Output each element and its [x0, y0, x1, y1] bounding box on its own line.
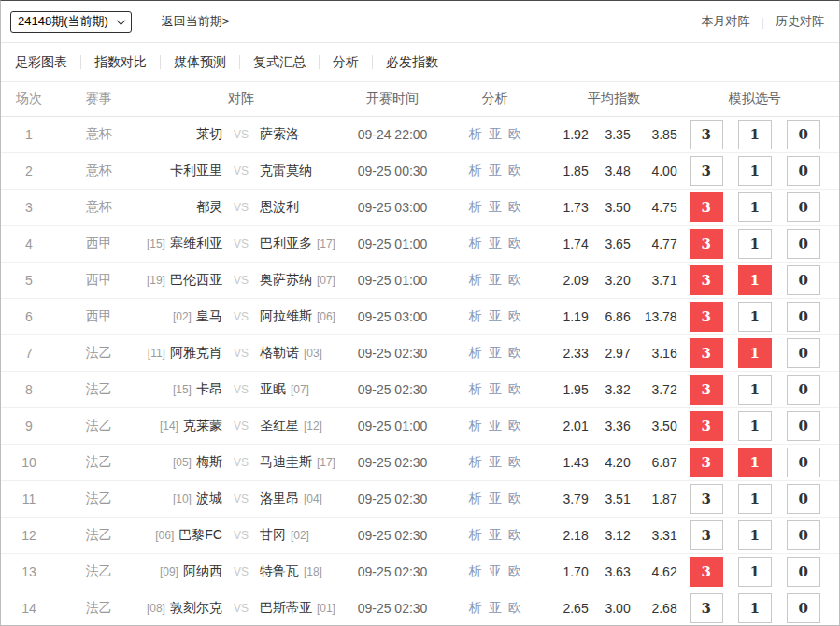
analysis-link-asia[interactable]: 亚: [489, 418, 502, 434]
pick-0-button[interactable]: 0: [787, 338, 820, 368]
pick-1-button[interactable]: 1: [738, 192, 772, 222]
pick-3-button[interactable]: 3: [690, 448, 723, 477]
analysis-link-euro[interactable]: 欧: [508, 308, 521, 325]
analysis-link-xi[interactable]: 析: [469, 418, 482, 434]
pick-1-button[interactable]: 1: [738, 265, 772, 295]
away-team[interactable]: 甘冈: [260, 527, 286, 544]
analysis-link-euro[interactable]: 欧: [508, 418, 521, 434]
home-team[interactable]: 阿雅克肖: [170, 345, 222, 362]
pick-0-button[interactable]: 0: [787, 593, 820, 623]
pick-1-button[interactable]: 1: [738, 120, 772, 149]
home-team[interactable]: 梅斯: [196, 454, 222, 471]
analysis-link-asia[interactable]: 亚: [489, 308, 502, 325]
analysis-link-asia[interactable]: 亚: [489, 491, 502, 507]
back-to-current-link[interactable]: 返回当前期>: [162, 13, 230, 30]
analysis-link-euro[interactable]: 欧: [508, 235, 521, 252]
analysis-link-xi[interactable]: 析: [469, 126, 482, 143]
analysis-link-asia[interactable]: 亚: [489, 163, 502, 179]
home-team[interactable]: 卡利亚里: [170, 163, 222, 179]
home-team[interactable]: 巴伦西亚: [170, 272, 222, 289]
pick-1-button[interactable]: 1: [738, 557, 772, 587]
pick-1-button[interactable]: 1: [738, 156, 772, 186]
away-team[interactable]: 亚眠: [260, 381, 286, 398]
away-team[interactable]: 奥萨苏纳: [260, 272, 312, 289]
pick-3-button[interactable]: 3: [690, 593, 723, 623]
pick-0-button[interactable]: 0: [787, 156, 820, 186]
pick-3-button[interactable]: 3: [690, 520, 723, 550]
home-team[interactable]: 卡昂: [196, 381, 222, 398]
home-team[interactable]: 波城: [196, 491, 222, 507]
home-team[interactable]: 克莱蒙: [183, 418, 222, 434]
pick-3-button[interactable]: 3: [690, 338, 723, 368]
pick-1-button[interactable]: 1: [738, 302, 772, 332]
pick-1-button[interactable]: 1: [738, 484, 772, 514]
pick-1-button[interactable]: 1: [738, 229, 772, 259]
analysis-link-asia[interactable]: 亚: [489, 381, 502, 398]
analysis-link-xi[interactable]: 析: [469, 527, 482, 544]
month-matchups-link[interactable]: 本月对阵: [702, 13, 750, 30]
pick-0-button[interactable]: 0: [787, 448, 820, 477]
tab-odds-compare[interactable]: 指数对比: [80, 55, 160, 69]
analysis-link-xi[interactable]: 析: [469, 454, 482, 471]
analysis-link-euro[interactable]: 欧: [508, 345, 521, 362]
pick-0-button[interactable]: 0: [787, 520, 820, 550]
away-team[interactable]: 克雷莫纳: [260, 163, 312, 179]
home-team[interactable]: 都灵: [196, 199, 222, 216]
pick-0-button[interactable]: 0: [787, 484, 820, 514]
period-select[interactable]: 24148期(当前期): [10, 11, 132, 33]
analysis-link-euro[interactable]: 欧: [508, 600, 521, 617]
analysis-link-euro[interactable]: 欧: [508, 163, 521, 179]
home-team[interactable]: 巴黎FC: [178, 527, 222, 544]
analysis-link-xi[interactable]: 析: [469, 600, 482, 617]
analysis-link-euro[interactable]: 欧: [508, 454, 521, 471]
analysis-link-euro[interactable]: 欧: [508, 272, 521, 289]
away-team[interactable]: 马迪圭斯: [260, 454, 312, 471]
analysis-link-asia[interactable]: 亚: [489, 272, 502, 289]
home-team[interactable]: 敦刻尔克: [170, 600, 222, 617]
away-team[interactable]: 萨索洛: [260, 126, 299, 143]
away-team[interactable]: 洛里昂: [260, 491, 299, 507]
analysis-link-asia[interactable]: 亚: [489, 345, 502, 362]
analysis-link-xi[interactable]: 析: [469, 381, 482, 398]
analysis-link-euro[interactable]: 欧: [508, 491, 521, 507]
analysis-link-euro[interactable]: 欧: [508, 381, 521, 398]
analysis-link-xi[interactable]: 析: [469, 308, 482, 325]
tab-analysis[interactable]: 分析: [319, 55, 372, 69]
analysis-link-asia[interactable]: 亚: [489, 600, 502, 617]
away-team[interactable]: 阿拉维斯: [260, 308, 312, 325]
pick-0-button[interactable]: 0: [787, 120, 820, 149]
analysis-link-euro[interactable]: 欧: [508, 527, 521, 544]
away-team[interactable]: 圣红星: [260, 418, 299, 434]
pick-3-button[interactable]: 3: [690, 156, 723, 186]
analysis-link-xi[interactable]: 析: [469, 491, 482, 507]
pick-3-button[interactable]: 3: [690, 484, 723, 514]
analysis-link-asia[interactable]: 亚: [489, 199, 502, 216]
home-team[interactable]: 阿纳西: [183, 563, 222, 580]
pick-0-button[interactable]: 0: [787, 557, 820, 587]
away-team[interactable]: 恩波利: [260, 199, 299, 216]
pick-3-button[interactable]: 3: [690, 120, 723, 149]
analysis-link-asia[interactable]: 亚: [489, 126, 502, 143]
tab-betfair-index[interactable]: 必发指数: [372, 55, 451, 69]
analysis-link-asia[interactable]: 亚: [489, 235, 502, 252]
pick-0-button[interactable]: 0: [787, 411, 820, 441]
pick-3-button[interactable]: 3: [690, 302, 723, 332]
away-team[interactable]: 特鲁瓦: [260, 563, 299, 580]
pick-0-button[interactable]: 0: [787, 192, 820, 222]
analysis-link-asia[interactable]: 亚: [489, 563, 502, 580]
analysis-link-asia[interactable]: 亚: [489, 454, 502, 471]
pick-3-button[interactable]: 3: [690, 557, 723, 587]
analysis-link-xi[interactable]: 析: [469, 163, 482, 179]
analysis-link-xi[interactable]: 析: [469, 563, 482, 580]
pick-1-button[interactable]: 1: [738, 520, 772, 550]
history-matchups-link[interactable]: 历史对阵: [776, 13, 824, 30]
analysis-link-xi[interactable]: 析: [469, 345, 482, 362]
away-team[interactable]: 格勒诺: [260, 345, 299, 362]
away-team[interactable]: 巴利亚多: [260, 235, 312, 252]
analysis-link-xi[interactable]: 析: [469, 272, 482, 289]
analysis-link-xi[interactable]: 析: [469, 235, 482, 252]
pick-1-button[interactable]: 1: [738, 338, 772, 368]
analysis-link-euro[interactable]: 欧: [508, 126, 521, 143]
home-team[interactable]: 莱切: [196, 126, 222, 143]
tab-multi-summary[interactable]: 复式汇总: [239, 55, 319, 69]
